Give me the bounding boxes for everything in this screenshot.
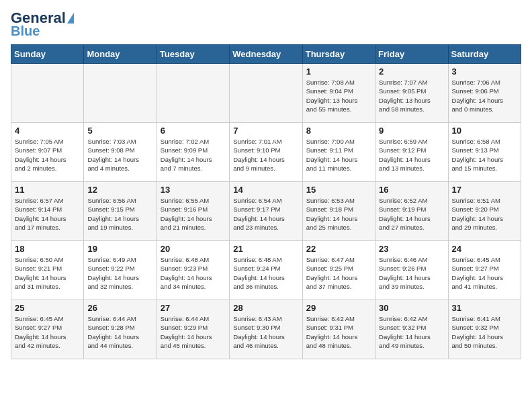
calendar-header-row: SundayMondayTuesdayWednesdayThursdayFrid… bbox=[11, 45, 521, 64]
calendar-table: SundayMondayTuesdayWednesdayThursdayFrid… bbox=[11, 44, 521, 359]
day-number: 28 bbox=[233, 303, 298, 313]
col-header-tuesday: Tuesday bbox=[157, 45, 229, 64]
day-number: 11 bbox=[15, 185, 80, 195]
day-number: 31 bbox=[452, 303, 517, 313]
day-info: Sunrise: 6:49 AMSunset: 9:22 PMDaylight:… bbox=[87, 255, 152, 291]
day-number: 20 bbox=[161, 244, 226, 254]
day-number: 7 bbox=[233, 126, 298, 136]
day-info: Sunrise: 6:48 AMSunset: 9:23 PMDaylight:… bbox=[161, 255, 226, 291]
day-number: 21 bbox=[233, 244, 298, 254]
calendar-cell: 12Sunrise: 6:56 AMSunset: 9:15 PMDayligh… bbox=[84, 182, 157, 241]
logo: General Blue bbox=[11, 11, 74, 38]
calendar-week-5: 25Sunrise: 6:45 AMSunset: 9:27 PMDayligh… bbox=[11, 300, 521, 359]
day-number: 3 bbox=[452, 66, 517, 77]
calendar-cell: 8Sunrise: 7:00 AMSunset: 9:11 PMDaylight… bbox=[302, 123, 375, 182]
day-info: Sunrise: 6:44 AMSunset: 9:29 PMDaylight:… bbox=[161, 314, 226, 350]
day-number: 22 bbox=[306, 244, 371, 254]
day-info: Sunrise: 6:45 AMSunset: 9:27 PMDaylight:… bbox=[452, 255, 517, 291]
day-number: 15 bbox=[306, 185, 371, 195]
calendar-cell: 2Sunrise: 7:07 AMSunset: 9:05 PMDaylight… bbox=[375, 64, 448, 123]
day-info: Sunrise: 6:50 AMSunset: 9:21 PMDaylight:… bbox=[15, 255, 80, 291]
calendar-cell: 16Sunrise: 6:52 AMSunset: 9:19 PMDayligh… bbox=[375, 182, 448, 241]
calendar-cell: 3Sunrise: 7:06 AMSunset: 9:06 PMDaylight… bbox=[448, 64, 521, 123]
day-info: Sunrise: 6:55 AMSunset: 9:16 PMDaylight:… bbox=[161, 196, 226, 232]
day-info: Sunrise: 7:02 AMSunset: 9:09 PMDaylight:… bbox=[161, 137, 226, 173]
day-info: Sunrise: 6:44 AMSunset: 9:28 PMDaylight:… bbox=[87, 314, 152, 350]
day-info: Sunrise: 6:47 AMSunset: 9:25 PMDaylight:… bbox=[306, 255, 371, 291]
calendar-cell: 13Sunrise: 6:55 AMSunset: 9:16 PMDayligh… bbox=[157, 182, 229, 241]
day-info: Sunrise: 7:05 AMSunset: 9:07 PMDaylight:… bbox=[15, 137, 80, 173]
day-number: 30 bbox=[379, 303, 444, 313]
day-info: Sunrise: 7:08 AMSunset: 9:04 PMDaylight:… bbox=[306, 78, 371, 113]
col-header-wednesday: Wednesday bbox=[230, 45, 302, 64]
day-info: Sunrise: 6:56 AMSunset: 9:15 PMDaylight:… bbox=[87, 196, 152, 232]
calendar-week-2: 4Sunrise: 7:05 AMSunset: 9:07 PMDaylight… bbox=[11, 123, 521, 182]
col-header-thursday: Thursday bbox=[302, 45, 375, 64]
day-number: 18 bbox=[15, 244, 80, 254]
day-info: Sunrise: 6:43 AMSunset: 9:30 PMDaylight:… bbox=[233, 314, 298, 350]
calendar-cell: 5Sunrise: 7:03 AMSunset: 9:08 PMDaylight… bbox=[84, 123, 157, 182]
day-number: 5 bbox=[87, 126, 152, 136]
calendar-cell bbox=[230, 64, 302, 123]
calendar-cell: 25Sunrise: 6:45 AMSunset: 9:27 PMDayligh… bbox=[11, 300, 84, 359]
calendar-cell: 6Sunrise: 7:02 AMSunset: 9:09 PMDaylight… bbox=[157, 123, 229, 182]
page-header: General Blue bbox=[11, 11, 521, 38]
day-number: 27 bbox=[161, 303, 226, 313]
day-info: Sunrise: 6:48 AMSunset: 9:24 PMDaylight:… bbox=[233, 255, 298, 291]
calendar-cell: 11Sunrise: 6:57 AMSunset: 9:14 PMDayligh… bbox=[11, 182, 84, 241]
day-number: 10 bbox=[452, 126, 517, 136]
day-number: 17 bbox=[452, 185, 517, 195]
day-info: Sunrise: 7:03 AMSunset: 9:08 PMDaylight:… bbox=[87, 137, 152, 173]
day-number: 24 bbox=[452, 244, 517, 254]
day-info: Sunrise: 6:59 AMSunset: 9:12 PMDaylight:… bbox=[379, 137, 444, 173]
day-info: Sunrise: 6:42 AMSunset: 9:32 PMDaylight:… bbox=[379, 314, 444, 350]
day-info: Sunrise: 6:45 AMSunset: 9:27 PMDaylight:… bbox=[15, 314, 80, 350]
calendar-cell bbox=[157, 64, 229, 123]
day-info: Sunrise: 6:46 AMSunset: 9:26 PMDaylight:… bbox=[379, 255, 444, 291]
day-number: 4 bbox=[15, 126, 80, 136]
calendar-cell: 7Sunrise: 7:01 AMSunset: 9:10 PMDaylight… bbox=[230, 123, 302, 182]
col-header-friday: Friday bbox=[375, 45, 448, 64]
calendar-cell: 23Sunrise: 6:46 AMSunset: 9:26 PMDayligh… bbox=[375, 241, 448, 300]
day-info: Sunrise: 6:41 AMSunset: 9:32 PMDaylight:… bbox=[452, 314, 517, 350]
day-info: Sunrise: 6:54 AMSunset: 9:17 PMDaylight:… bbox=[233, 196, 298, 232]
day-number: 6 bbox=[161, 126, 226, 136]
calendar-cell: 24Sunrise: 6:45 AMSunset: 9:27 PMDayligh… bbox=[448, 241, 521, 300]
calendar-cell: 31Sunrise: 6:41 AMSunset: 9:32 PMDayligh… bbox=[448, 300, 521, 359]
calendar-cell: 26Sunrise: 6:44 AMSunset: 9:28 PMDayligh… bbox=[84, 300, 157, 359]
day-number: 26 bbox=[87, 303, 152, 313]
day-info: Sunrise: 6:53 AMSunset: 9:18 PMDaylight:… bbox=[306, 196, 371, 232]
calendar-cell: 21Sunrise: 6:48 AMSunset: 9:24 PMDayligh… bbox=[230, 241, 302, 300]
calendar-cell bbox=[11, 64, 84, 123]
calendar-cell: 1Sunrise: 7:08 AMSunset: 9:04 PMDaylight… bbox=[302, 64, 375, 123]
day-info: Sunrise: 6:52 AMSunset: 9:19 PMDaylight:… bbox=[379, 196, 444, 232]
calendar-cell bbox=[84, 64, 157, 123]
calendar-cell: 9Sunrise: 6:59 AMSunset: 9:12 PMDaylight… bbox=[375, 123, 448, 182]
day-info: Sunrise: 7:01 AMSunset: 9:10 PMDaylight:… bbox=[233, 137, 298, 173]
day-number: 2 bbox=[379, 66, 444, 77]
day-info: Sunrise: 6:58 AMSunset: 9:13 PMDaylight:… bbox=[452, 137, 517, 173]
day-number: 12 bbox=[87, 185, 152, 195]
calendar-cell: 27Sunrise: 6:44 AMSunset: 9:29 PMDayligh… bbox=[157, 300, 229, 359]
day-number: 9 bbox=[379, 126, 444, 136]
calendar-cell: 15Sunrise: 6:53 AMSunset: 9:18 PMDayligh… bbox=[302, 182, 375, 241]
calendar-cell: 22Sunrise: 6:47 AMSunset: 9:25 PMDayligh… bbox=[302, 241, 375, 300]
day-info: Sunrise: 7:00 AMSunset: 9:11 PMDaylight:… bbox=[306, 137, 371, 173]
day-number: 16 bbox=[379, 185, 444, 195]
day-info: Sunrise: 6:42 AMSunset: 9:31 PMDaylight:… bbox=[306, 314, 371, 350]
calendar-week-3: 11Sunrise: 6:57 AMSunset: 9:14 PMDayligh… bbox=[11, 182, 521, 241]
day-number: 29 bbox=[306, 303, 371, 313]
calendar-cell: 14Sunrise: 6:54 AMSunset: 9:17 PMDayligh… bbox=[230, 182, 302, 241]
day-number: 23 bbox=[379, 244, 444, 254]
calendar-week-4: 18Sunrise: 6:50 AMSunset: 9:21 PMDayligh… bbox=[11, 241, 521, 300]
day-info: Sunrise: 6:57 AMSunset: 9:14 PMDaylight:… bbox=[15, 196, 80, 232]
day-number: 8 bbox=[306, 126, 371, 136]
calendar-cell: 30Sunrise: 6:42 AMSunset: 9:32 PMDayligh… bbox=[375, 300, 448, 359]
col-header-sunday: Sunday bbox=[11, 45, 84, 64]
calendar-cell: 29Sunrise: 6:42 AMSunset: 9:31 PMDayligh… bbox=[302, 300, 375, 359]
day-number: 14 bbox=[233, 185, 298, 195]
day-info: Sunrise: 7:07 AMSunset: 9:05 PMDaylight:… bbox=[379, 78, 444, 113]
calendar-cell: 28Sunrise: 6:43 AMSunset: 9:30 PMDayligh… bbox=[230, 300, 302, 359]
calendar-cell: 17Sunrise: 6:51 AMSunset: 9:20 PMDayligh… bbox=[448, 182, 521, 241]
col-header-saturday: Saturday bbox=[448, 45, 521, 64]
